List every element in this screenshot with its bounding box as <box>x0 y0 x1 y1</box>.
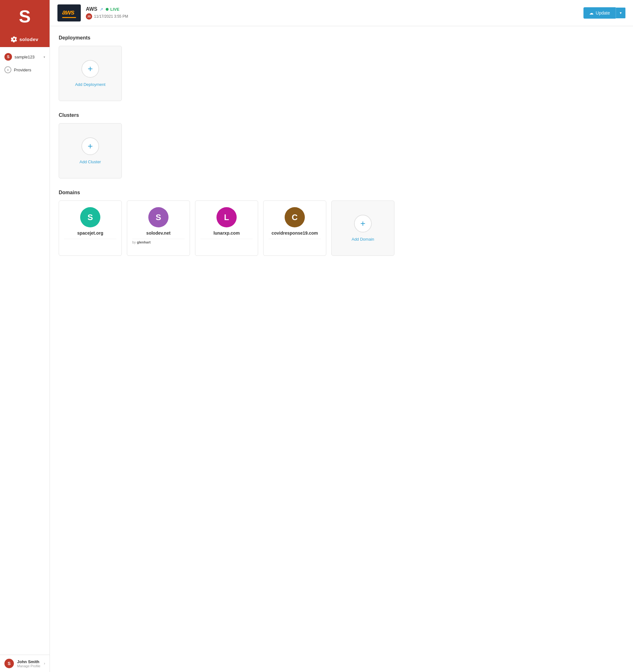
brand-text: solodev <box>19 37 38 42</box>
domain-name: lunarxp.com <box>213 231 239 236</box>
clusters-grid: + Add Cluster <box>59 123 624 178</box>
domain-card-spacejet[interactable]: S spacejet.org <box>59 200 122 256</box>
cloud-icon: ☁ <box>589 10 593 16</box>
domains-title: Domains <box>59 190 624 195</box>
add-domain-icon: + <box>354 215 372 233</box>
domain-avatar: C <box>285 207 305 227</box>
add-deployment-label: Add Deployment <box>75 82 105 87</box>
update-button[interactable]: ☁ Update <box>583 7 616 19</box>
aws-text: aws <box>62 8 76 17</box>
live-badge: LIVE <box>106 7 119 12</box>
aws-underline <box>62 17 76 18</box>
domain-by-user: glenhart <box>137 240 151 244</box>
deployments-title: Deployments <box>59 35 624 41</box>
add-cluster-label: Add Cluster <box>79 160 101 164</box>
update-dropdown-button[interactable]: ▾ <box>616 7 626 18</box>
gear-icon <box>11 36 17 42</box>
domain-avatar: S <box>148 207 169 227</box>
aws-logo: aws <box>57 4 81 22</box>
sidebar-item-providers[interactable]: + Providers <box>0 64 50 76</box>
domain-card-solodev[interactable]: S solodev.net by glenhart <box>127 200 190 256</box>
brand-logo: solodev <box>11 36 38 42</box>
chevron-right-icon: › <box>44 661 45 666</box>
clusters-title: Clusters <box>59 113 624 118</box>
domain-avatar: L <box>217 207 237 227</box>
add-deployment-card[interactable]: + Add Deployment <box>59 46 122 101</box>
add-domain-label: Add Domain <box>352 237 374 242</box>
add-cluster-icon: + <box>81 137 99 155</box>
meta-avatar: JS <box>86 13 92 20</box>
add-deployment-icon: + <box>81 60 99 78</box>
domain-by <box>64 239 117 240</box>
domain-card-lunarxp[interactable]: L lunarxp.com <box>195 200 258 256</box>
domain-name: solodev.net <box>146 231 171 236</box>
external-link-icon[interactable]: ↗ <box>100 7 103 12</box>
domain-name: covidresponse19.com <box>271 231 318 236</box>
topbar-meta: JS 11/17/2021 3:55 PM <box>86 13 578 20</box>
update-button-group: ☁ Update ▾ <box>583 7 626 19</box>
domain-avatar: S <box>80 207 100 227</box>
domains-grid: S spacejet.org S solodev.net by glenhart… <box>59 200 624 256</box>
avatar: S <box>4 659 14 668</box>
sidebar-footer[interactable]: S John Smith Manage Profile › <box>0 655 50 672</box>
sidebar-header: S <box>0 0 50 33</box>
topbar-title-row: AWS ↗ LIVE <box>86 6 578 12</box>
user-info: John Smith Manage Profile <box>17 659 41 668</box>
chevron-down-icon: ▾ <box>44 55 45 59</box>
sidebar-logo-letter: S <box>19 7 31 25</box>
live-dot <box>106 8 108 11</box>
domain-name: spacejet.org <box>77 231 103 236</box>
live-label: LIVE <box>110 7 119 12</box>
deployments-section: Deployments + Add Deployment <box>59 35 624 101</box>
sidebar-nav: S sample123 ▾ + Providers <box>0 47 50 655</box>
sidebar: S solodev S sample123 ▾ + Providers S Jo… <box>0 0 50 672</box>
main-content: aws AWS ↗ LIVE JS 11/17/2021 3:55 PM ☁ U… <box>50 0 633 672</box>
timestamp: 11/17/2021 3:55 PM <box>94 14 128 19</box>
providers-icon: + <box>4 66 11 73</box>
clusters-section: Clusters + Add Cluster <box>59 113 624 178</box>
update-label: Update <box>596 10 610 16</box>
add-domain-card[interactable]: + Add Domain <box>331 200 395 256</box>
manage-profile-link[interactable]: Manage Profile <box>17 664 41 668</box>
domains-section: Domains S spacejet.org S solodev.net by … <box>59 190 624 256</box>
provider-name: AWS <box>86 6 97 12</box>
add-cluster-card[interactable]: + Add Cluster <box>59 123 122 178</box>
sample-label: sample123 <box>15 55 41 59</box>
sample-avatar: S <box>4 53 12 61</box>
domain-card-covidresponse[interactable]: C covidresponse19.com <box>263 200 326 256</box>
topbar-info: AWS ↗ LIVE JS 11/17/2021 3:55 PM <box>86 6 578 20</box>
domain-by: by glenhart <box>132 239 185 244</box>
content-area: Deployments + Add Deployment Clusters + … <box>50 26 633 276</box>
deployments-grid: + Add Deployment <box>59 46 624 101</box>
aws-logo-inner: aws <box>62 8 76 18</box>
sidebar-item-sample123[interactable]: S sample123 ▾ <box>0 50 50 64</box>
domain-by <box>200 239 253 240</box>
topbar: aws AWS ↗ LIVE JS 11/17/2021 3:55 PM ☁ U… <box>50 0 633 26</box>
sidebar-brand: solodev <box>0 33 50 47</box>
providers-label: Providers <box>14 68 31 72</box>
domain-by <box>269 239 321 240</box>
user-name: John Smith <box>17 659 41 664</box>
